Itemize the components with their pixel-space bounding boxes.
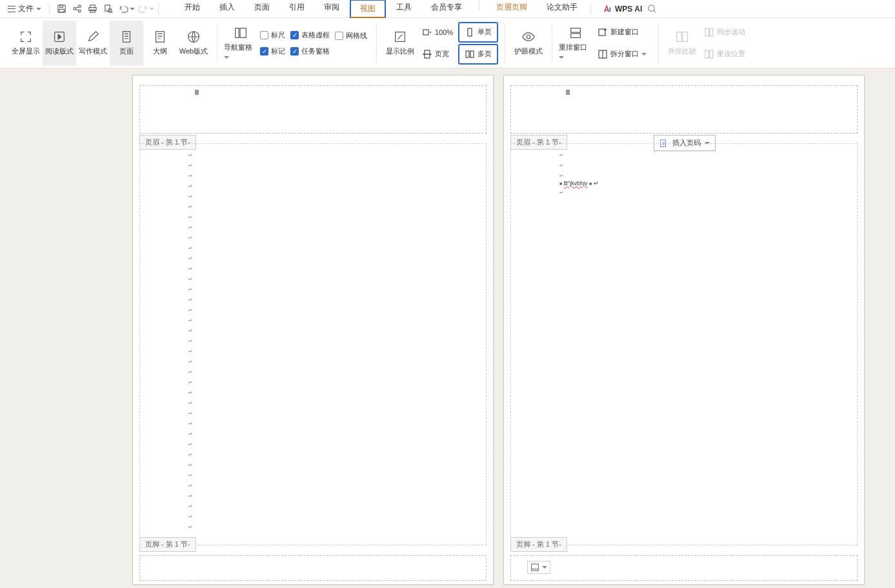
- undo-icon[interactable]: [118, 4, 128, 14]
- svg-rect-17: [240, 28, 246, 38]
- svg-rect-8: [90, 10, 95, 12]
- markup-checkbox[interactable]: ✓标记: [260, 46, 285, 56]
- page-width-button[interactable]: 页宽: [417, 44, 458, 65]
- nav-pane-button[interactable]: 导航窗格: [224, 21, 257, 66]
- fullscreen-label: 全屏显示: [12, 46, 40, 56]
- chevron-down-icon: [36, 8, 41, 10]
- nav-pane-icon: [234, 26, 248, 40]
- header-zone[interactable]: [139, 85, 487, 134]
- write-mode-button[interactable]: 写作模式: [76, 21, 110, 66]
- read-mode-button[interactable]: 阅读版式: [43, 21, 76, 66]
- side-by-side-button[interactable]: 并排比较: [665, 21, 699, 66]
- svg-rect-32: [710, 28, 713, 36]
- web-view-label: Web版式: [179, 46, 208, 56]
- footer-control[interactable]: [527, 561, 550, 574]
- footer-layout-icon: [530, 563, 539, 572]
- side-by-side-label: 并排比较: [668, 46, 696, 56]
- rearrange-icon: [568, 26, 583, 40]
- new-window-icon: [598, 27, 608, 37]
- tab-view[interactable]: 视图: [350, 0, 386, 18]
- header-zone[interactable]: [510, 85, 858, 134]
- cursor-icon: [566, 90, 570, 95]
- svg-rect-2: [59, 9, 64, 12]
- tab-reference[interactable]: 引用: [280, 0, 314, 18]
- svg-rect-19: [423, 30, 428, 35]
- new-window-label: 新建窗口: [610, 27, 639, 37]
- svg-rect-13: [123, 32, 130, 43]
- multi-page-button[interactable]: 多页: [458, 44, 498, 65]
- split-window-icon: [598, 49, 608, 59]
- page-2[interactable]: 页眉 - 第 1 节- # 插入页码 ↵ ↵ ↵ ■ B"jkvbhjv ■ ↵…: [503, 75, 865, 585]
- svg-rect-26: [571, 34, 581, 37]
- outline-button[interactable]: 大纲: [143, 21, 177, 66]
- zoom-100-icon: [422, 27, 432, 37]
- page-1[interactable]: 页眉 - 第 1 节- ↵↵↵↵↵↵↵↵↵↵↵↵↵↵↵↵↵↵↵↵↵↵↵↵↵↵↵↵…: [132, 75, 494, 585]
- svg-rect-14: [156, 32, 165, 43]
- eye-protect-label: 护眼模式: [514, 46, 543, 56]
- new-window-button[interactable]: 新建窗口: [592, 22, 652, 43]
- svg-rect-34: [710, 50, 713, 58]
- markup-label: 标记: [271, 46, 285, 56]
- read-mode-label: 阅读版式: [45, 46, 74, 56]
- footer-zone[interactable]: [510, 555, 858, 581]
- footer-zone[interactable]: [139, 555, 487, 581]
- write-icon: [86, 30, 100, 44]
- table-frame-checkbox[interactable]: ✓表格虚框: [290, 30, 330, 40]
- nav-pane-label: 导航窗格: [224, 43, 257, 60]
- tab-review[interactable]: 审阅: [315, 0, 348, 18]
- multi-page-label: 多页: [478, 49, 492, 59]
- search-icon[interactable]: [647, 4, 657, 14]
- wps-ai-button[interactable]: WPS AI: [603, 5, 642, 14]
- separator: [479, 0, 479, 10]
- paragraph-marks: ↵↵↵↵↵↵↵↵↵↵↵↵↵↵↵↵↵↵↵↵↵↵↵↵↵↵↵↵↵↵↵↵↵↵↵↵↵: [188, 149, 437, 531]
- gridlines-label: 网格线: [346, 31, 367, 41]
- separator: [552, 23, 552, 63]
- fullscreen-button[interactable]: 全屏显示: [9, 21, 43, 66]
- compare-group: 并排比较 同步滚动 重设位置: [661, 19, 754, 66]
- tab-paper-assistant[interactable]: 论文助手: [538, 0, 587, 18]
- tab-insert[interactable]: 插入: [210, 0, 244, 18]
- tab-start[interactable]: 开始: [176, 0, 209, 18]
- svg-rect-1: [59, 5, 63, 8]
- print-icon[interactable]: [87, 4, 97, 14]
- split-window-button[interactable]: 拆分窗口: [592, 44, 652, 65]
- separator: [658, 23, 659, 63]
- save-icon[interactable]: [56, 4, 66, 14]
- eye-protect-button[interactable]: 护眼模式: [512, 21, 545, 66]
- tab-header-footer[interactable]: 页眉页脚: [487, 0, 536, 18]
- redo-icon[interactable]: [137, 4, 148, 14]
- page-view-button[interactable]: 页面: [110, 21, 143, 66]
- eye-icon: [521, 30, 536, 44]
- table-frame-label: 表格虚框: [301, 30, 330, 40]
- sync-scroll-button: 同步滚动: [699, 22, 750, 43]
- one-page-button[interactable]: 单页: [458, 22, 498, 43]
- tab-page[interactable]: 页面: [245, 0, 279, 18]
- zoom-100-button[interactable]: 100%: [417, 22, 458, 43]
- web-view-button[interactable]: Web版式: [177, 21, 210, 66]
- svg-rect-23: [470, 51, 474, 57]
- gridlines-checkbox[interactable]: 网格线: [335, 31, 367, 41]
- tab-member[interactable]: 会员专享: [422, 0, 471, 18]
- share-icon[interactable]: [72, 4, 82, 14]
- eye-group: 护眼模式: [508, 19, 549, 66]
- document-area: 页眉 - 第 1 节- ↵↵↵↵↵↵↵↵↵↵↵↵↵↵↵↵↵↵↵↵↵↵↵↵↵↵↵↵…: [0, 68, 895, 588]
- task-pane-checkbox[interactable]: ✓任务窗格: [290, 46, 330, 56]
- sync-scroll-label: 同步滚动: [717, 27, 745, 37]
- file-menu-button[interactable]: 文件: [4, 2, 45, 15]
- svg-rect-22: [466, 51, 469, 57]
- tab-tools[interactable]: 工具: [387, 0, 421, 18]
- redo-dropdown-icon[interactable]: [149, 8, 154, 10]
- ruler-checkbox[interactable]: 标尺: [260, 30, 285, 40]
- task-pane-label: 任务窗格: [301, 46, 330, 56]
- body-zone: ↵ ↵ ↵ ■ B"jkvbhjv ■ ↵ ↵: [510, 143, 858, 545]
- svg-point-5: [78, 10, 81, 12]
- print-preview-icon[interactable]: [103, 4, 113, 14]
- svg-point-3: [73, 8, 75, 10]
- show-ratio-button[interactable]: 显示比例: [383, 21, 417, 66]
- page-width-label: 页宽: [435, 49, 449, 59]
- rearrange-button[interactable]: 重排窗口: [559, 21, 592, 66]
- svg-point-4: [78, 5, 81, 8]
- undo-dropdown-icon[interactable]: [130, 8, 135, 10]
- tab-bar: 开始 插入 页面 引用 审阅 视图 工具 会员专享 页眉页脚 论文助手: [176, 0, 587, 18]
- write-mode-label: 写作模式: [79, 46, 107, 56]
